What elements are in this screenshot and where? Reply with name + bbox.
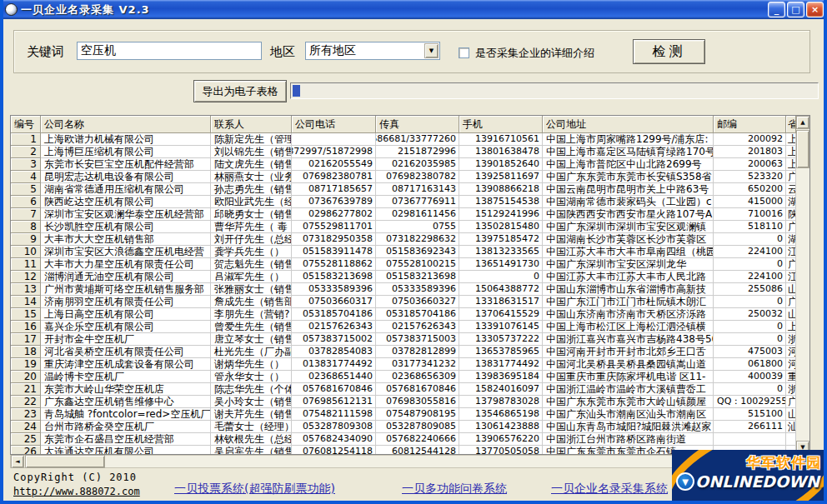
- column-header-mobile[interactable]: 手机: [459, 116, 543, 133]
- company-name-cell: 昆明宏志达机电设备有限公司: [41, 171, 211, 183]
- province-cell: 江: [786, 246, 796, 258]
- fax-cell: 02981611456: [376, 208, 459, 221]
- watermark-en-text: ONLINEDOWN.NET: [695, 472, 827, 491]
- table-row[interactable]: 6陕西屹达空压机有限公司欧阳业武先生（经07367639789073677769…: [11, 196, 796, 208]
- watermark-cn-text: 华军软件园: [746, 453, 821, 472]
- zip-cell: 400039: [714, 371, 786, 383]
- close-button[interactable]: ×: [806, 2, 824, 17]
- phone-cell: 076982380781: [292, 171, 376, 183]
- table-row[interactable]: 21东莞市大岭山华荣空压机店陈志华先生（个体057681670846057681…: [11, 383, 796, 396]
- table-row[interactable]: 23青岛城舳 ?fontcolor=red>空压机厂谢夫芹先生（销售075482…: [11, 408, 796, 421]
- table-row[interactable]: 7深圳市宝安区观澜华泰空压机经营部邱晓勇女士（销售029862778020298…: [11, 208, 796, 221]
- contact-cell: 李朋先生（营销?: [211, 308, 292, 321]
- table-row[interactable]: 12淄博润通无油空压机有限公司吕淑军先生（）051583213698051583…: [11, 271, 796, 283]
- contact-cell: 欧阳业武先生（经: [211, 196, 292, 208]
- contact-cell: 龚学兵先生（）: [211, 246, 292, 258]
- table-row[interactable]: 13广州市黄埔斯可络空压机销售服务部张雅丽女士（销售05333589396053…: [11, 283, 796, 296]
- table-row[interactable]: 17开封市金牛空压机厂唐立琴女士（销售057383715002057383715…: [11, 333, 796, 346]
- table-row[interactable]: 20温岭博卡空压机厂管永华女士（）02368651440023686563091…: [11, 371, 796, 383]
- footer-link-1[interactable]: 一贝多功能问卷系统: [402, 482, 507, 497]
- company-name-cell: 广东鑫达空压机销售维修中心: [41, 396, 211, 408]
- scroll-left-icon[interactable]: ◄: [11, 455, 24, 468]
- mobile-cell: 13906576220: [459, 433, 543, 446]
- phone-cell: 07367639789: [292, 196, 376, 208]
- table-row[interactable]: 9大丰市大大空压机销售部刘开仔先生（总经07318295035807318229…: [11, 233, 796, 246]
- company-table: 编号公司名称联系人公司电话传真手机公司地址邮编省 1上海欧谱力机械有限公司陈新定…: [10, 115, 810, 455]
- company-name-cell: 长沙凯胜空压机有限公司: [41, 221, 211, 233]
- column-header-phone[interactable]: 公司电话: [292, 116, 376, 133]
- fax-cell: 07367776911: [376, 196, 459, 208]
- column-header-contact[interactable]: 联系人: [211, 116, 292, 133]
- table-row[interactable]: 18河北省吴桥空压机有限责任公司杜光先生（厂办副0378285408303782…: [11, 346, 796, 358]
- table-row[interactable]: 25东莞市企石盛昌空压机经营部林钦根先生（总经05768243409005768…: [11, 433, 796, 446]
- table-row[interactable]: 4昆明宏志达机电设备有限公司林丽燕女士（业务076982380781076982…: [11, 171, 796, 183]
- address-cell: 中国江苏大丰市江苏大丰市人民北路: [543, 271, 714, 283]
- column-header-fax[interactable]: 传真: [376, 116, 459, 133]
- company-name-cell: 温岭博卡空压机厂: [41, 371, 211, 383]
- company-name-cell: 开封市金牛空压机厂: [41, 333, 211, 346]
- column-header-province[interactable]: 省: [786, 116, 796, 133]
- site-url-link[interactable]: http://www.888072.com: [13, 486, 140, 497]
- horizontal-scroll-thumb[interactable]: [25, 455, 105, 468]
- table-row[interactable]: 16嘉兴企乐空压机有限公司曾爱生先生（销售0215762634302157626…: [11, 321, 796, 333]
- province-cell: 陕: [786, 208, 796, 221]
- phone-cell: 073182950358: [292, 233, 376, 246]
- table-row[interactable]: 3东莞市长安巨宝空压机配件经营部陆文虎先生（销售0216205554902162…: [11, 158, 796, 171]
- company-name-cell: 河北省吴桥空压机有限责任公司: [41, 346, 211, 358]
- region-select[interactable]: 所有地区 ▼: [305, 42, 440, 60]
- table-row[interactable]: 14济南朋羽空压机有限责任公司詹成先生（销售部07503660317075036…: [11, 296, 796, 308]
- column-header-company-name[interactable]: 公司名称: [41, 116, 211, 133]
- table-row[interactable]: 10深圳市宝安区大浪德鑫空压机电经营龚学兵先生（）051583911478051…: [11, 246, 796, 258]
- phone-cell: 057681670846: [292, 383, 376, 396]
- province-cell: [786, 433, 796, 446]
- table-row[interactable]: 11大丰市大力星空压机有限责任公司贺志魁先生（销售075528118862075…: [11, 258, 796, 271]
- footer-link-2[interactable]: 一贝企业名录采集系统: [551, 482, 668, 497]
- phone-cell: 053185704186: [292, 308, 376, 321]
- keyword-label: 关键词: [27, 44, 64, 60]
- zip-cell: 201803: [714, 146, 786, 158]
- address-cell: 中国上海市松江区上海松江泗泾镇横: [543, 321, 714, 333]
- keyword-input[interactable]: [77, 42, 262, 60]
- chevron-down-icon[interactable]: ▼: [424, 43, 439, 58]
- contact-cell: 贺志魁先生（销售: [211, 258, 292, 271]
- mobile-cell: 0: [459, 271, 543, 283]
- vertical-scroll-thumb[interactable]: [796, 130, 809, 168]
- minimize-button[interactable]: _: [768, 2, 785, 17]
- check-button[interactable]: 检测: [633, 39, 705, 64]
- table-row[interactable]: 5湖南省常德通用压缩机有限公司孙志勇先生（销售08717185657087171…: [11, 183, 796, 196]
- vertical-scrollbar[interactable]: ▲ ▼: [796, 116, 809, 454]
- table-row[interactable]: 1上海欧谱力机械有限公司陈新定先生（管理1686681/337772601391…: [11, 133, 796, 146]
- address-cell: 中国云南昆明市昆明市关上中路63号: [543, 183, 714, 196]
- table-row[interactable]: 24台州市路桥金癸空压机厂毛蕾女士（经理）0532878093080532878…: [11, 421, 796, 433]
- table-row[interactable]: 22广东鑫达空压机销售维修中心吴小玲女士（销售07698561213107698…: [11, 396, 796, 408]
- maximize-button[interactable]: □: [787, 2, 804, 17]
- company-name-cell: 广州市黄埔斯可络空压机销售服务部: [41, 283, 211, 296]
- phone-cell: 053287809308: [292, 421, 376, 433]
- collect-detail-checkbox[interactable]: [459, 47, 469, 58]
- scroll-up-icon[interactable]: ▲: [796, 116, 809, 129]
- row-number-cell: 1: [11, 133, 41, 146]
- phone-cell: 08717185657: [292, 183, 376, 196]
- column-header-row-number[interactable]: 编号: [11, 116, 41, 133]
- contact-cell: 林钦根先生（总经: [211, 433, 292, 446]
- phone-cell: 02986277802: [292, 208, 376, 221]
- company-name-cell: 东莞市长安巨宝空压机配件经营部: [41, 158, 211, 171]
- table-row[interactable]: 19重庆涛津空压机成套设备有限公司谢炳华先生（）0138317744920317…: [11, 358, 796, 371]
- table-row[interactable]: 2上海博巨压缩机有限公司刘以锦先生（销售1872997/518729982151…: [11, 146, 796, 158]
- fax-cell: 073182298632: [376, 233, 459, 246]
- mobile-cell: 13908866218: [459, 183, 543, 196]
- table-row[interactable]: 8长沙凯胜空压机有限公司曹华芹先生（ 毒07552981170107551350…: [11, 221, 796, 233]
- mobile-cell: 13653785965: [459, 346, 543, 358]
- company-name-cell: 陕西屹达空压机有限公司: [41, 196, 211, 208]
- column-header-zip[interactable]: 邮编: [714, 116, 786, 133]
- zip-cell: 200063: [714, 158, 786, 171]
- address-cell: 中国上海市普陀区中山北路2699号: [543, 158, 714, 171]
- row-number-cell: 6: [11, 196, 41, 208]
- company-name-cell: 大丰市大力星空压机有限责任公司: [41, 258, 211, 271]
- row-number-cell: 25: [11, 433, 41, 446]
- zip-cell: 266111: [714, 421, 786, 433]
- export-button[interactable]: 导出为电子表格: [193, 80, 287, 102]
- footer-link-0[interactable]: 一贝投票系统(超强防刷票功能): [174, 482, 335, 497]
- table-row[interactable]: 15上海日高空压机有限公司李朋先生（营销?0531857041860531857…: [11, 308, 796, 321]
- column-header-address[interactable]: 公司地址: [543, 116, 714, 133]
